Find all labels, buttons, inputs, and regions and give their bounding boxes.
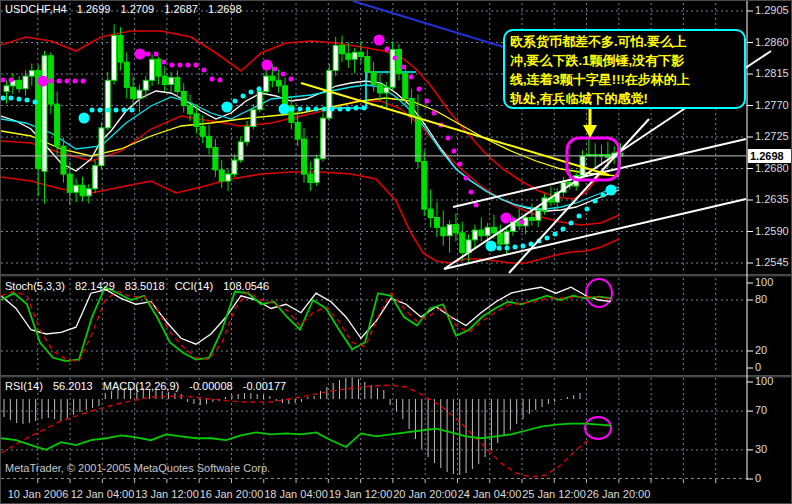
buy-signal-dot — [585, 207, 590, 212]
sell-signal-dot — [170, 63, 175, 68]
sell-signal-dot — [374, 35, 385, 46]
sell-signal-dot — [178, 63, 183, 68]
sell-signal-dot — [49, 79, 54, 84]
buy-signal-dot — [322, 107, 327, 112]
sell-signal-dot — [393, 56, 398, 61]
sell-signal-dot — [135, 49, 146, 60]
rsi-indicator-label: RSI(14) 56.2013 MACD(12,26,9) -0.00008 -… — [5, 380, 293, 392]
buy-signal-dot — [130, 108, 135, 113]
time-axis-label: 20 Jan 20:00 — [393, 488, 457, 500]
buy-signal-dot — [346, 107, 351, 112]
rsi-axis-label: 30 — [755, 443, 767, 455]
price-axis-label: 1.2770 — [755, 99, 789, 111]
buy-signal-dot — [33, 100, 38, 105]
ellipse-marker[interactable] — [585, 417, 611, 439]
annotation-line: 欧系货币都差不多.可怕.要么上 — [510, 32, 739, 51]
buy-signal-dot — [90, 108, 95, 113]
quote-close: 1.2698 — [208, 3, 242, 15]
stoch-name: Stoch(5,3,3) — [5, 280, 65, 292]
quote-high: 1.2709 — [121, 3, 155, 15]
time-axis-label: 12 Jan 04:00 — [71, 488, 135, 500]
sell-signal-dot — [417, 87, 422, 92]
sell-signal-dot — [464, 176, 469, 181]
sell-signal-dot — [146, 52, 151, 57]
current-price-tag: 1.2698 — [748, 149, 792, 163]
sell-signal-dot — [162, 60, 167, 65]
stoch-axis-label: 20 — [755, 344, 767, 356]
sell-signal-dot — [273, 67, 278, 72]
trend-line[interactable] — [509, 119, 649, 273]
sell-signal-dot — [73, 79, 78, 84]
price-axis-label: 1.2590 — [755, 225, 789, 237]
rsi-line — [1, 424, 611, 450]
annotation-line: 冲,要么下跌.1颗倒锤,没有下影 — [510, 51, 739, 70]
stoch-value-1: 82.1429 — [75, 280, 115, 292]
buy-signal-dot — [9, 96, 14, 101]
sell-signal-dot — [281, 72, 286, 77]
buy-signal-dot — [241, 94, 246, 99]
cci-name: CCI(14) — [175, 280, 214, 292]
stoch-axis-label: 80 — [755, 293, 767, 305]
buy-signal-dot — [606, 185, 617, 196]
time-axis-label: 18 Jan 04:00 — [264, 488, 328, 500]
stoch-main-line — [1, 287, 611, 361]
sell-signal-dot — [57, 79, 62, 84]
buy-signal-dot — [338, 107, 343, 112]
quote-open: 1.2699 — [77, 3, 111, 15]
buy-signal-dot — [279, 104, 290, 115]
buy-signal-dot — [106, 108, 111, 113]
stoch-panel — [1, 287, 611, 361]
arrow-head-icon — [583, 125, 597, 138]
macd-value-2: -0.00177 — [243, 380, 286, 392]
sell-signal-dot — [210, 77, 215, 82]
price-axis-label: 1.2545 — [755, 256, 789, 268]
chart-header: USDCHF,H4 1.2699 1.2709 1.2687 1.2698 — [5, 3, 249, 15]
sell-signal-dot — [432, 111, 437, 116]
macd-name: MACD(12,26,9) — [103, 380, 179, 392]
stoch-axis-label: 0 — [755, 361, 761, 373]
buy-signal-dot — [314, 107, 319, 112]
buy-signal-dot — [79, 113, 90, 124]
buy-signal-dot — [98, 108, 103, 113]
buy-signal-dot — [497, 246, 502, 251]
buy-signal-dot — [249, 90, 254, 95]
sell-signal-dot — [1, 78, 6, 83]
time-axis-label: 10 Jan 2006 — [8, 488, 69, 500]
sell-signal-dot — [469, 190, 474, 195]
sell-signal-dot — [385, 47, 390, 52]
buy-signal-dot — [601, 193, 606, 198]
sell-signal-dot — [262, 60, 273, 71]
sell-signal-dot — [452, 149, 457, 154]
metatrader-chart-window[interactable]: USDCHF,H4 1.2699 1.2709 1.2687 1.2698 欧系… — [0, 0, 792, 504]
buy-signal-dot — [362, 106, 367, 111]
buy-signal-dot — [330, 107, 335, 112]
buy-signal-dot — [222, 102, 233, 113]
rsi-axis-label: 70 — [755, 404, 767, 416]
buy-signal-dot — [561, 227, 566, 232]
copyright-text: MetaTrader, © 2001-2005 MetaQuotes Softw… — [5, 462, 270, 474]
price-axis-label: 1.2680 — [755, 162, 789, 174]
annotation-line: 轨处,有兵临城下的感觉! — [510, 89, 739, 108]
sell-signal-dot — [218, 78, 223, 83]
buy-signal-dot — [233, 99, 238, 104]
sell-signal-dot — [81, 79, 86, 84]
time-axis-label: 25 Jan 12:00 — [522, 488, 586, 500]
sell-signal-dot — [194, 63, 199, 68]
buy-signal-dot — [257, 87, 262, 92]
sell-signal-dot — [186, 63, 191, 68]
ellipse-marker[interactable] — [586, 279, 612, 307]
annotation-note[interactable]: 欧系货币都差不多.可怕.要么上 冲,要么下跌.1颗倒锤,没有下影 线,连着3颗十… — [503, 29, 746, 109]
sell-signal-dot — [289, 77, 294, 82]
sell-signal-dot — [401, 65, 406, 70]
buy-signal-dot — [17, 97, 22, 102]
rsi-axis-label: 100 — [755, 375, 773, 387]
buy-signal-dot — [306, 107, 311, 112]
stoch-indicator-label: Stoch(5,3,3) 82.1429 83.5018 CCI(14) 108… — [5, 280, 276, 292]
buy-signal-dot — [521, 244, 526, 249]
symbol-period-label: USDCHF,H4 — [5, 3, 67, 15]
buy-signal-dot — [25, 98, 30, 103]
time-axis-label: 13 Jan 12:00 — [135, 488, 199, 500]
sell-signal-dot — [458, 162, 463, 167]
sell-signal-dot — [446, 136, 451, 141]
sell-signal-dot — [65, 79, 70, 84]
